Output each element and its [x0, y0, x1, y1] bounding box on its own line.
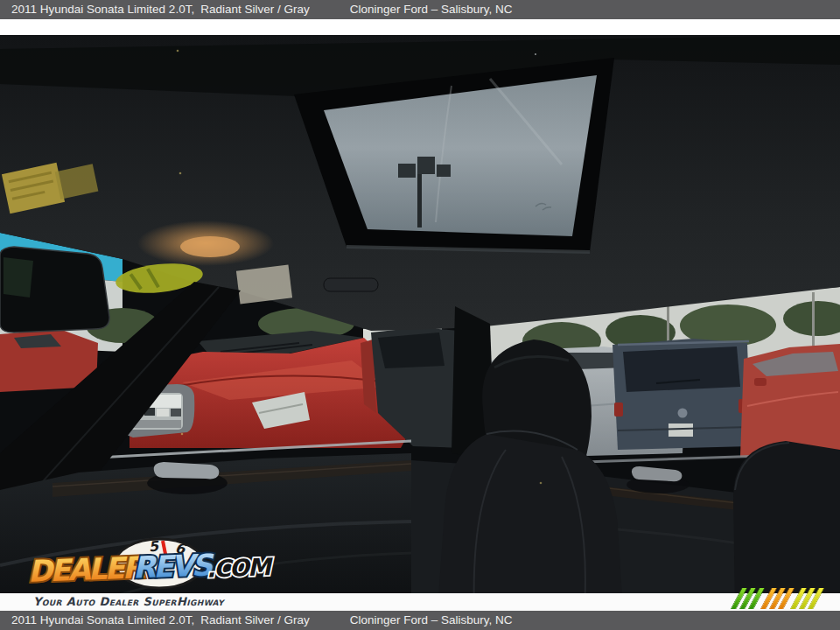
dealer-name-label: Cloninger Ford – Salisbury, NC [350, 3, 513, 16]
wordmark-com: .COM [206, 553, 274, 583]
wordmark-dealer: DEALER [27, 550, 147, 589]
red-sedan-mirror [754, 378, 766, 386]
dealerrevs-watermark: 4 5 6 DEALER REVS .COM [21, 532, 284, 593]
red-sedan-right [740, 344, 840, 457]
rearview-mirror-reflection [4, 257, 33, 298]
dark-suv [612, 339, 751, 450]
grab-handle [324, 278, 378, 291]
mirror-reflection-car [171, 409, 181, 416]
tagline-strip: Your Auto Dealer SuperHighway [0, 593, 840, 612]
dot [179, 172, 182, 175]
right-headrest [733, 441, 840, 611]
lamp-head [398, 164, 416, 178]
dot [535, 53, 536, 55]
white-gap [0, 19, 840, 35]
stripes-logo [731, 588, 825, 609]
paint-color-label: Radiant Silver / Gray [200, 3, 310, 16]
rearview-mirror [0, 247, 109, 332]
dome-light [180, 236, 240, 257]
dot [540, 482, 542, 485]
dealer-name-label: Cloninger Ford – Salisbury, NC [350, 613, 513, 626]
mirror-reflection-car [157, 409, 169, 416]
hyundai-badge-icon [678, 409, 688, 418]
dealer-photo-page: 2011 Hyundai Sonata Limited 2.0T,Radiant… [0, 0, 840, 630]
bottom-caption-bar: 2011 Hyundai Sonata Limited 2.0T,Radiant… [0, 611, 840, 630]
suv-rear-glass [623, 346, 740, 392]
watermark-tagline: Your Auto Dealer SuperHighway [33, 593, 840, 610]
lamp-head [437, 164, 451, 177]
vehicle-title: 2011 Hyundai Sonata Limited 2.0T, [11, 3, 194, 16]
lamp-head [417, 157, 435, 174]
paint-color-label: Radiant Silver / Gray [200, 613, 310, 626]
stripe-group-orange [760, 588, 795, 609]
passenger-headrest [733, 441, 840, 611]
vehicle-title: 2011 Hyundai Sonata Limited 2.0T, [11, 613, 194, 626]
vehicle-interior-photo: BODY SHOP [0, 35, 840, 611]
dealerrevs-wordmark: DEALER REVS .COM [26, 536, 289, 592]
crv-window [378, 332, 444, 368]
top-caption-bar: 2011 Hyundai Sonata Limited 2.0T,Radiant… [0, 0, 840, 19]
dot [177, 50, 179, 52]
suv-taillight [614, 402, 623, 416]
dot [181, 433, 184, 436]
wordmark-revs: REVS [132, 547, 215, 584]
visor-mirror-label [236, 264, 292, 304]
license-plate [668, 424, 693, 437]
light-pole [812, 292, 815, 354]
